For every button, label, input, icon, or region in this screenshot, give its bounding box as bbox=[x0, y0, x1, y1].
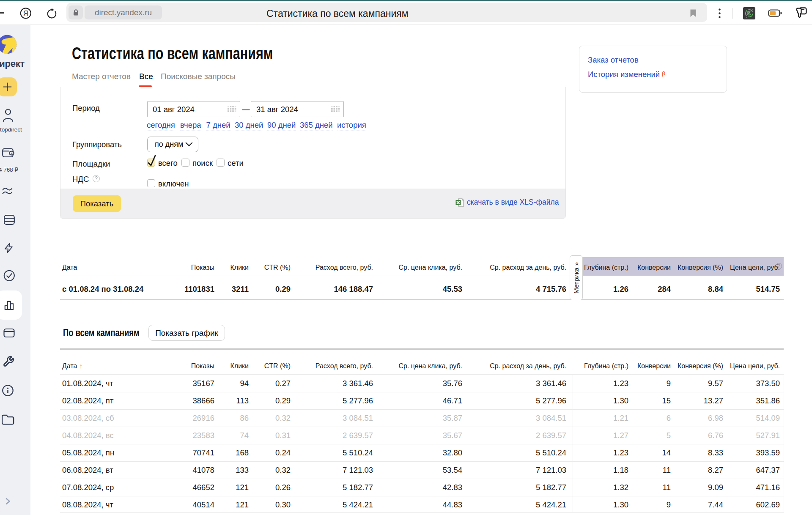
svg-text:Я: Я bbox=[23, 10, 28, 17]
